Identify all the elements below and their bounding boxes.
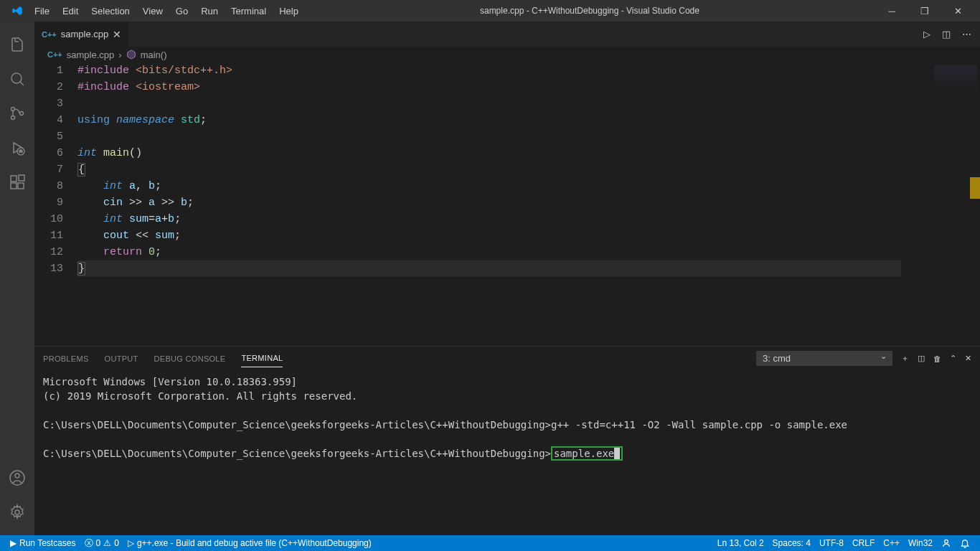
split-terminal-icon[interactable]: ◫ (918, 354, 925, 363)
breadcrumb-symbol: main() (141, 50, 167, 60)
menu-selection[interactable]: Selection (85, 3, 135, 19)
platform[interactable]: Win32 (904, 535, 937, 551)
cursor-position[interactable]: Ln 13, Col 2 (713, 535, 768, 551)
menu-file[interactable]: File (29, 3, 55, 19)
svg-rect-7 (11, 183, 17, 189)
svg-point-0 (11, 73, 22, 83)
svg-rect-9 (19, 175, 24, 181)
search-icon[interactable] (0, 62, 34, 96)
cpp-file-icon: C++ (42, 30, 57, 39)
svg-point-12 (15, 510, 19, 514)
tabs-actions: ▷ ◫ ⋯ (923, 29, 980, 39)
extensions-icon[interactable] (0, 165, 34, 199)
panel-tab-terminal[interactable]: TERMINAL (241, 349, 283, 367)
close-button[interactable]: ✕ (941, 0, 974, 22)
svg-point-11 (15, 474, 19, 478)
svg-line-1 (20, 82, 24, 85)
settings-icon[interactable] (0, 495, 34, 529)
kill-terminal-icon[interactable]: 🗑 (933, 354, 941, 363)
svg-point-4 (20, 112, 24, 116)
code-editor[interactable]: 12345678910111213 #include <bits/stdc++.… (34, 62, 980, 346)
svg-point-13 (945, 540, 948, 543)
cpp-file-icon: C++ (47, 50, 62, 59)
maximize-button[interactable]: ❐ (908, 0, 941, 22)
tab-label: sample.cpp (61, 29, 108, 39)
more-actions-icon[interactable]: ⋯ (962, 29, 971, 39)
panel-tab-problems[interactable]: PROBLEMS (43, 350, 89, 367)
scrollbar-marker (970, 177, 980, 199)
menu-view[interactable]: View (137, 3, 169, 19)
window-title: sample.cpp - C++WithoutDebugging - Visua… (304, 6, 875, 16)
tab-close-icon[interactable]: ✕ (113, 29, 121, 40)
tabs-bar: C++ sample.cpp ✕ ▷ ◫ ⋯ (34, 22, 980, 47)
menu-go[interactable]: Go (170, 3, 194, 19)
maximize-panel-icon[interactable]: ⌃ (950, 354, 956, 363)
run-icon[interactable]: ▷ (923, 29, 930, 39)
svg-point-2 (11, 108, 15, 111)
source-control-icon[interactable] (0, 96, 34, 131)
titlebar: FileEditSelectionViewGoRunTerminalHelp s… (0, 0, 980, 22)
panel-actions: 3: cmd ＋ ◫ 🗑 ⌃ ✕ (756, 351, 971, 366)
minimize-button[interactable]: ─ (875, 0, 908, 22)
panel-tab-output[interactable]: OUTPUT (105, 350, 138, 367)
chevron-right-icon: › (118, 50, 121, 60)
run-debug-icon[interactable] (0, 131, 34, 165)
split-editor-icon[interactable]: ◫ (942, 29, 951, 39)
line-numbers: 12345678910111213 (34, 62, 77, 346)
explorer-icon[interactable] (0, 27, 34, 62)
accounts-icon[interactable] (0, 461, 34, 495)
svg-rect-8 (18, 183, 24, 189)
terminal-selector[interactable]: 3: cmd (756, 351, 892, 366)
errors-warnings[interactable]: ⓧ 0 ⚠ 0 (80, 535, 123, 551)
menu-terminal[interactable]: Terminal (225, 3, 272, 19)
minimap[interactable] (901, 62, 980, 346)
menu-edit[interactable]: Edit (57, 3, 84, 19)
build-task[interactable]: ▷ g++.exe - Build and debug active file … (123, 535, 376, 551)
status-bar: ▶ Run Testcases ⓧ 0 ⚠ 0 ▷ g++.exe - Buil… (0, 535, 980, 551)
svg-rect-6 (11, 176, 17, 182)
activity-bar (0, 22, 34, 535)
terminal-cursor (614, 448, 620, 459)
close-panel-icon[interactable]: ✕ (965, 354, 971, 363)
vscode-logo-icon (11, 5, 23, 17)
notifications-icon[interactable] (956, 535, 974, 551)
menu-bar: FileEditSelectionViewGoRunTerminalHelp (29, 3, 304, 19)
window-controls: ─ ❐ ✕ (875, 0, 974, 22)
encoding[interactable]: UTF-8 (815, 535, 848, 551)
menu-run[interactable]: Run (195, 3, 224, 19)
new-terminal-icon[interactable]: ＋ (901, 353, 909, 364)
panel-tab-debug-console[interactable]: DEBUG CONSOLE (154, 350, 226, 367)
run-testcases-button[interactable]: ▶ Run Testcases (6, 535, 80, 551)
breadcrumb[interactable]: C++ sample.cpp › main() (34, 47, 980, 62)
breadcrumb-file: sample.cpp (67, 50, 114, 60)
eol[interactable]: CRLF (848, 535, 879, 551)
language-mode[interactable]: C++ (879, 535, 904, 551)
highlighted-command: sample.exe (551, 446, 623, 461)
tab-sample-cpp[interactable]: C++ sample.cpp ✕ (34, 22, 128, 47)
method-icon (126, 50, 136, 60)
panel-tabs: PROBLEMSOUTPUTDEBUG CONSOLETERMINAL 3: c… (34, 347, 980, 370)
menu-help[interactable]: Help (273, 3, 304, 19)
feedback-icon[interactable] (937, 535, 956, 551)
svg-point-3 (11, 116, 15, 120)
bottom-panel: PROBLEMSOUTPUTDEBUG CONSOLETERMINAL 3: c… (34, 346, 980, 535)
indentation[interactable]: Spaces: 4 (768, 535, 815, 551)
code-content[interactable]: #include <bits/stdc++.h>#include <iostre… (77, 62, 980, 346)
terminal-output[interactable]: Microsoft Windows [Version 10.0.18363.95… (34, 370, 980, 535)
